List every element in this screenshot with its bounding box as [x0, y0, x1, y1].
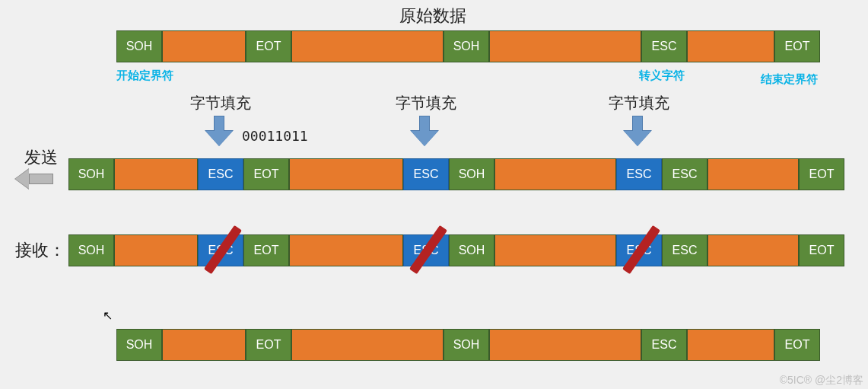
r2-data4 [707, 158, 799, 190]
watermark: ©5IC® @尘2博客 [780, 374, 863, 387]
r4-esc: ESC [641, 329, 687, 361]
r1-data4 [687, 30, 774, 62]
r2-data2 [289, 158, 403, 190]
diagram-title: 原始数据 [399, 5, 466, 27]
r3-data4 [707, 234, 799, 266]
note-end-delim: 结束定界符 [761, 72, 818, 87]
r3-data1 [114, 234, 198, 266]
down-arrow-icon [411, 116, 438, 146]
r3-soh: SOH [68, 234, 114, 266]
r3-data2 [289, 234, 403, 266]
r1-eot2: EOT [774, 30, 820, 62]
r1-soh: SOH [116, 30, 162, 62]
r3-soh2: SOH [449, 234, 494, 266]
r2-esc-stuffed-2: ESC [403, 158, 449, 190]
r1-data3 [489, 30, 641, 62]
cursor-icon: ↖ [103, 308, 113, 323]
r2-esc-stuffed-1: ESC [198, 158, 243, 190]
r1-esc: ESC [641, 30, 687, 62]
r1-eot1: EOT [246, 30, 291, 62]
side-recv: 接收： [15, 239, 65, 262]
r4-soh2: SOH [444, 329, 489, 361]
frame-stuffing-diagram: { "title": "原始数据", "notes": { "start_del… [0, 0, 868, 389]
r3-esc-orig: ESC [662, 234, 707, 266]
r2-soh2: SOH [449, 158, 494, 190]
r2-data3 [494, 158, 616, 190]
note-start-delim: 开始定界符 [116, 69, 173, 83]
r3-eot1: EOT [243, 234, 289, 266]
stuff-bits: 00011011 [242, 128, 308, 144]
r4-eot2: EOT [774, 329, 820, 361]
r4-data3 [489, 329, 641, 361]
r1-data1 [162, 30, 246, 62]
r4-data1 [162, 329, 246, 361]
r4-eot1: EOT [246, 329, 291, 361]
r1-soh2: SOH [444, 30, 489, 62]
stuff-label-2: 字节填充 [396, 93, 456, 113]
r3-data3 [494, 234, 616, 266]
r1-data2 [291, 30, 444, 62]
stuff-label-3: 字节填充 [609, 93, 669, 113]
r2-soh: SOH [68, 158, 114, 190]
stuff-label-1: 字节填充 [190, 93, 251, 113]
r2-eot1: EOT [243, 158, 289, 190]
side-send: 发送 [24, 146, 58, 169]
down-arrow-icon [205, 116, 233, 146]
r2-eot2: EOT [799, 158, 844, 190]
r2-data1 [114, 158, 198, 190]
note-esc-char: 转义字符 [639, 69, 685, 83]
r2-esc-orig: ESC [662, 158, 707, 190]
down-arrow-icon [624, 116, 651, 146]
r4-data2 [291, 329, 444, 361]
r4-soh: SOH [116, 329, 162, 361]
r4-data4 [687, 329, 774, 361]
r3-eot2: EOT [799, 234, 844, 266]
r2-esc-stuffed-3: ESC [616, 158, 662, 190]
